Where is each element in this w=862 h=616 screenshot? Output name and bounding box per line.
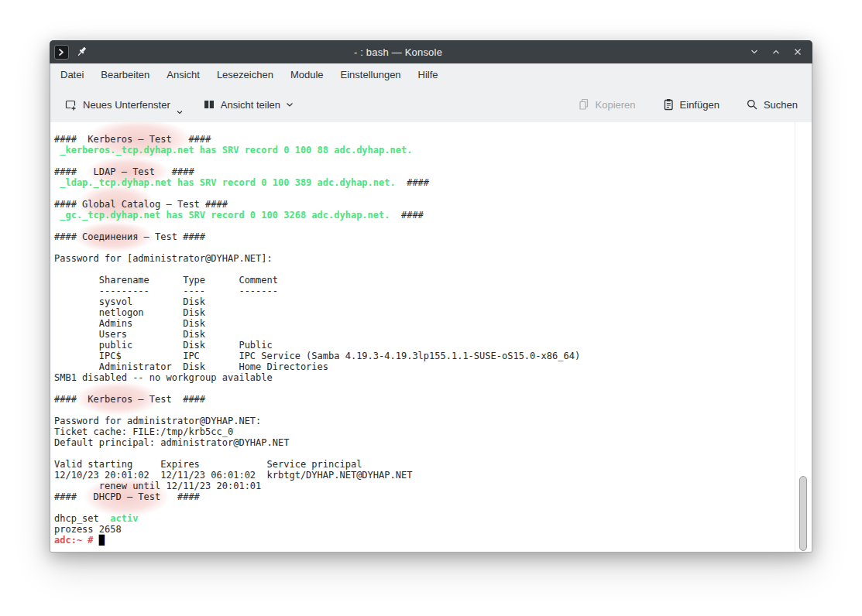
terminal-line: renew until 12/11/23 20:01:01 xyxy=(54,481,580,491)
terminal-line: IPC$ IPC IPC Service (Samba 4.19.3-4.19.… xyxy=(54,351,580,361)
menu-item-bearbeiten[interactable]: Bearbeiten xyxy=(92,63,158,87)
terminal-line xyxy=(54,448,580,459)
window-title: - : bash — Konsole xyxy=(94,46,749,58)
terminal-line: #### LDAP – Test #### xyxy=(54,166,580,177)
terminal-line: _ldap._tcp.dyhap.net has SRV record 0 10… xyxy=(54,177,580,188)
toolbar: Neues Unterfenster Ansicht teilen xyxy=(50,87,812,122)
terminal-line xyxy=(54,221,580,231)
search-icon xyxy=(746,98,758,111)
menu-item-einstellungen[interactable]: Einstellungen xyxy=(332,63,410,87)
terminal-line: Password for administrator@DYHAP.NET: xyxy=(54,416,580,426)
terminal-line: #### Global Catalog – Test #### xyxy=(54,199,580,210)
terminal-line: Default principal: administrator@DYHAP.N… xyxy=(54,437,580,448)
terminal-line: Admins Disk xyxy=(54,318,580,329)
new-tab-button[interactable]: Neues Unterfenster xyxy=(61,94,186,116)
pin-icon[interactable] xyxy=(76,46,88,58)
terminal-line: #### Kerberos – Test #### xyxy=(54,134,580,145)
terminal-line: Valid starting Expires Service principal xyxy=(54,459,580,470)
split-view-button[interactable]: Ansicht teilen xyxy=(200,94,297,115)
terminal-line xyxy=(54,502,580,513)
scrollbar-thumb[interactable] xyxy=(799,476,807,551)
terminal-line: #### DHCPD – Test #### xyxy=(54,491,580,502)
terminal-line: Sharename Type Comment xyxy=(54,275,580,286)
terminal-line xyxy=(54,188,580,199)
terminal-line: adc:~ # █ xyxy=(54,535,580,546)
terminal-line xyxy=(54,242,580,253)
chevron-down-icon xyxy=(286,102,294,108)
terminal-line: --------- ---- ------- xyxy=(54,286,580,296)
terminal-line: Ticket cache: FILE:/tmp/krb5cc_0 xyxy=(54,426,580,437)
terminal-line: Users Disk xyxy=(54,329,580,340)
new-tab-icon xyxy=(64,98,77,111)
split-view-icon xyxy=(203,98,215,111)
search-button[interactable]: Suchen xyxy=(743,94,801,115)
copy-label: Kopieren xyxy=(596,99,636,111)
paste-icon xyxy=(662,98,675,111)
terminal-line: 12/10/23 20:01:02 12/11/23 06:01:02 krbt… xyxy=(54,470,580,481)
chevron-down-icon xyxy=(177,110,183,115)
terminal-line: dhcp_set activ xyxy=(54,513,580,524)
terminal-line: #### Соединения – Test #### xyxy=(54,231,580,242)
terminal-line xyxy=(54,264,580,275)
terminal-line xyxy=(54,156,580,166)
menu-item-module[interactable]: Module xyxy=(282,63,332,87)
terminal-line xyxy=(54,405,580,416)
terminal-line: _kerberos._tcp.dyhap.net has SRV record … xyxy=(54,145,580,156)
paste-label: Einfügen xyxy=(680,99,719,111)
split-view-label: Ansicht teilen xyxy=(221,99,280,111)
terminal[interactable]: #### Kerberos – Test #### _kerberos._tcp… xyxy=(50,122,812,552)
titlebar[interactable]: - : bash — Konsole xyxy=(50,40,812,63)
terminal-line: netlogon Disk xyxy=(54,307,580,318)
terminal-line: public Disk Public xyxy=(54,340,580,351)
menubar: Datei Bearbeiten Ansicht Lesezeichen Mod… xyxy=(50,63,812,87)
terminal-line: _gc._tcp.dyhap.net has SRV record 0 100 … xyxy=(54,210,580,221)
terminal-line: SMB1 disabled -- no workgroup available xyxy=(54,372,580,383)
menu-item-datei[interactable]: Datei xyxy=(52,63,92,87)
copy-icon xyxy=(578,98,590,111)
terminal-line: Administrator Disk Home Directories xyxy=(54,361,580,372)
minimize-icon[interactable] xyxy=(749,46,760,57)
maximize-icon[interactable] xyxy=(771,46,781,57)
menu-item-lesezeichen[interactable]: Lesezeichen xyxy=(208,63,282,87)
terminal-line: sysvol Disk xyxy=(54,296,580,307)
paste-button[interactable]: Einfügen xyxy=(659,94,723,115)
close-icon[interactable] xyxy=(792,46,803,57)
terminal-output: #### Kerberos – Test #### _kerberos._tcp… xyxy=(50,122,600,546)
new-tab-label: Neues Unterfenster xyxy=(83,99,170,111)
menu-item-ansicht[interactable]: Ansicht xyxy=(158,63,208,87)
scrollbar-track[interactable] xyxy=(795,122,812,552)
konsole-window: - : bash — Konsole Datei Bearbeiten Ansi… xyxy=(50,40,812,553)
copy-button[interactable]: Kopieren xyxy=(575,94,639,115)
terminal-line xyxy=(54,383,580,394)
terminal-line: #### Kerberos – Test #### xyxy=(54,394,580,405)
terminal-line: prozess 2658 xyxy=(54,524,580,535)
terminal-line: Password for [administrator@DYHAP.NET]: xyxy=(54,253,580,264)
menu-item-hilfe[interactable]: Hilfe xyxy=(410,63,447,87)
terminal-icon xyxy=(54,45,69,60)
search-label: Suchen xyxy=(764,99,798,111)
